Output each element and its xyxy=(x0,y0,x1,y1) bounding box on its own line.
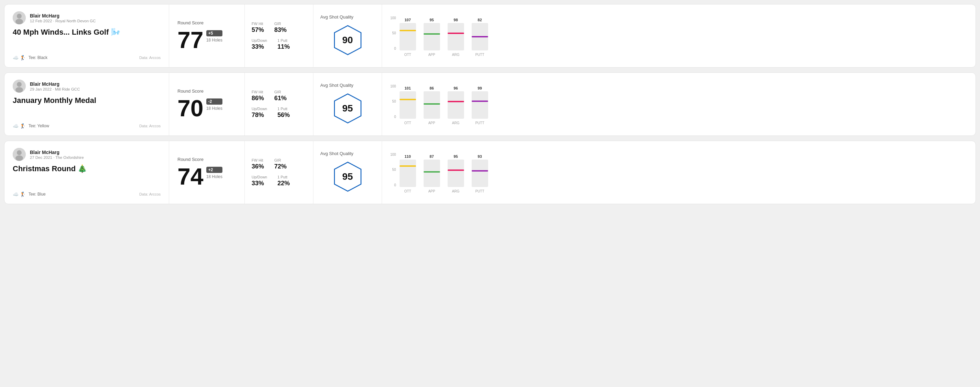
stat-fw-hit-3: FW Hit 36% xyxy=(251,158,264,170)
bar-color-line-app xyxy=(423,171,440,173)
chart-column-putt: 99 PUTT xyxy=(472,86,488,125)
stats-row-bottom-1: Up/Down 33% 1 Putt 11% xyxy=(251,38,306,51)
gir-value-3: 72% xyxy=(274,163,286,170)
up-down-label-1: Up/Down xyxy=(251,38,267,43)
stats-row-top-3: FW Hit 36% GIR 72% xyxy=(251,158,306,170)
stat-up-down-3: Up/Down 33% xyxy=(251,175,267,187)
bar-label-app: APP xyxy=(428,121,435,125)
player-info-2: Blair McHarg 29 Jan 2022 · Mill Ride GCC xyxy=(13,79,161,93)
stat-one-putt-3: 1 Putt 22% xyxy=(277,175,290,187)
bar-label-putt: PUTT xyxy=(476,121,484,125)
chart-y-axis-2: 100500 xyxy=(390,84,396,119)
bar-label-arg: ARG xyxy=(452,53,460,57)
round-title-2: January Monthly Medal xyxy=(13,96,161,105)
card-quality-3: Avg Shot Quality 95 xyxy=(313,141,382,204)
gir-label-1: GIR xyxy=(274,22,286,26)
one-putt-label-2: 1 Putt xyxy=(277,107,290,111)
stats-row-bottom-3: Up/Down 33% 1 Putt 22% xyxy=(251,175,306,187)
bar-value-arg: 98 xyxy=(454,18,458,22)
score-badge-2: -2 xyxy=(206,98,223,105)
weather-icon-3: ☁️ xyxy=(13,192,19,197)
score-label-3: Round Score xyxy=(177,157,236,162)
bar-value-app: 87 xyxy=(430,154,434,159)
player-text-2: Blair McHarg 29 Jan 2022 · Mill Ride GCC xyxy=(30,81,80,91)
bar-putt xyxy=(472,160,488,187)
bar-color-line-arg xyxy=(448,101,464,102)
stats-row-bottom-2: Up/Down 78% 1 Putt 56% xyxy=(251,107,306,119)
bar-label-ott: OTT xyxy=(404,53,411,57)
bar-value-putt: 93 xyxy=(478,154,482,159)
bar-app xyxy=(423,160,440,187)
bar-color-line-app xyxy=(423,33,440,35)
y-label: 50 xyxy=(390,31,396,35)
bar-ott xyxy=(399,91,416,119)
score-number-2: 70 xyxy=(177,97,204,120)
stat-up-down-1: Up/Down 33% xyxy=(251,38,267,51)
up-down-label-3: Up/Down xyxy=(251,175,267,179)
tee-label-3: Tee: Blue xyxy=(29,192,46,197)
hexagon-wrapper-1: 90 xyxy=(331,23,365,57)
svg-point-6 xyxy=(16,87,23,93)
score-main-3: 74 +2 18 Holes xyxy=(177,165,236,188)
chart-columns-1: 107 OTT 95 APP 98 ARG xyxy=(399,16,488,57)
stats-row-top-1: FW Hit 57% GIR 83% xyxy=(251,22,306,33)
score-main-1: 77 +5 18 Holes xyxy=(177,28,236,51)
bag-icon-3: 🏌️ xyxy=(20,192,26,197)
player-name-3: Blair McHarg xyxy=(30,149,84,155)
fw-hit-value-3: 36% xyxy=(251,163,264,170)
quality-label-1: Avg Shot Quality xyxy=(320,14,353,19)
player-text-1: Blair McHarg 12 Feb 2022 · Royal North D… xyxy=(30,13,96,23)
player-info-3: Blair McHarg 27 Dec 2021 · The Oxfordshi… xyxy=(13,148,161,161)
bar-value-app: 95 xyxy=(430,18,434,22)
svg-point-2 xyxy=(16,19,23,24)
card-footer-3: ☁️ 🏌️ Tee: Blue Data: Arccos xyxy=(13,192,161,197)
chart-column-ott: 110 OTT xyxy=(399,154,416,193)
bar-value-putt: 99 xyxy=(478,86,482,90)
chart-column-ott: 101 OTT xyxy=(399,86,416,125)
round-title-1: 40 Mph Winds... Links Golf 🌬️ xyxy=(13,28,161,37)
bar-putt xyxy=(472,91,488,119)
bar-app xyxy=(423,23,440,51)
player-info-1: Blair McHarg 12 Feb 2022 · Royal North D… xyxy=(13,11,161,24)
bar-color-line-arg xyxy=(448,33,464,34)
bar-label-app: APP xyxy=(428,53,435,57)
bag-icon-1: 🏌️ xyxy=(20,55,26,60)
chart-column-app: 95 APP xyxy=(423,18,440,57)
one-putt-label-3: 1 Putt xyxy=(277,175,290,179)
bar-value-arg: 96 xyxy=(454,86,458,90)
card-score-3: Round Score 74 +2 18 Holes xyxy=(169,141,245,204)
stat-one-putt-1: 1 Putt 11% xyxy=(277,38,290,51)
player-meta-1: 12 Feb 2022 · Royal North Devon GC xyxy=(30,19,96,23)
gir-label-3: GIR xyxy=(274,158,286,162)
card-chart-1: 100500 107 OTT 95 APP 98 xyxy=(382,5,975,67)
svg-point-1 xyxy=(17,14,22,19)
stat-gir-3: GIR 72% xyxy=(274,158,286,170)
svg-point-5 xyxy=(17,82,22,87)
fw-hit-value-2: 86% xyxy=(251,95,264,102)
quality-label-2: Avg Shot Quality xyxy=(320,82,353,88)
tee-icons-3: ☁️ 🏌️ xyxy=(13,192,26,197)
card-chart-3: 100500 110 OTT 87 APP 95 xyxy=(382,141,975,204)
stat-one-putt-2: 1 Putt 56% xyxy=(277,107,290,119)
player-meta-2: 29 Jan 2022 · Mill Ride GCC xyxy=(30,87,80,91)
tee-label-2: Tee: Yellow xyxy=(29,124,49,128)
tee-icons-2: ☁️ 🏌️ xyxy=(13,123,26,128)
gir-value-2: 61% xyxy=(274,95,286,102)
bar-arg xyxy=(448,160,464,187)
chart-column-app: 86 APP xyxy=(423,86,440,125)
score-label-1: Round Score xyxy=(177,20,236,25)
score-badge-group-3: +2 18 Holes xyxy=(206,165,223,179)
weather-icon-2: ☁️ xyxy=(13,123,19,128)
svg-point-9 xyxy=(17,150,22,155)
bar-color-line-app xyxy=(423,103,440,105)
score-holes-2: 18 Holes xyxy=(206,106,223,111)
svg-point-10 xyxy=(16,155,23,161)
score-badge-3: +2 xyxy=(206,167,223,173)
bar-value-ott: 101 xyxy=(405,86,411,90)
stat-gir-2: GIR 61% xyxy=(274,90,286,102)
y-label: 50 xyxy=(390,100,396,103)
y-label: 0 xyxy=(390,115,396,119)
y-label: 100 xyxy=(390,84,396,88)
bar-arg xyxy=(448,91,464,119)
card-stats-2: FW Hit 86% GIR 61% Up/Down 78% 1 Putt 56… xyxy=(245,73,313,135)
